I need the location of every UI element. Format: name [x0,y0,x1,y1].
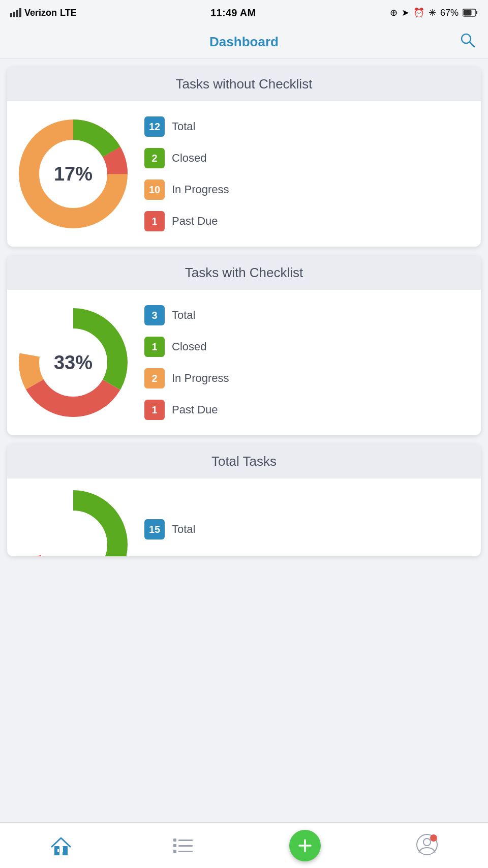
svg-rect-5 [476,11,477,14]
legend-badge-total-2: 3 [144,305,165,325]
legend-label-inprogress-1: In Progress [172,183,229,196]
svg-rect-19 [178,851,193,852]
nav-bar: Dashboard [0,25,488,59]
main-content: Tasks without Checklist [0,59,488,607]
arrow-icon: ➤ [402,7,409,18]
bluetooth-icon: ✳ [429,7,436,18]
legend-3: 15 Total [144,519,471,540]
svg-rect-16 [173,844,176,847]
card-header-3: Total Tasks [7,444,481,478]
signal-icon [10,8,21,17]
list-icon [172,836,194,855]
network-type: LTE [60,8,77,18]
notification-badge [430,834,437,842]
legend-badge-pastdue-2: 1 [144,400,165,420]
svg-rect-17 [178,845,193,847]
search-button[interactable] [460,32,476,52]
legend-item-total-3[interactable]: 15 Total [144,519,471,540]
card-header-2: Tasks with Checklist [7,256,481,290]
svg-rect-10 [63,846,68,855]
legend-badge-total-1: 12 [144,116,165,137]
status-bar: Verizon LTE 11:49 AM ⊕ ➤ ⏰ ✳ 67% [0,0,488,25]
nav-title: Dashboard [209,34,279,50]
legend-item-pastdue-1[interactable]: 1 Past Due [144,211,471,231]
legend-label-closed-2: Closed [172,340,206,353]
legend-badge-pastdue-1: 1 [144,211,165,231]
legend-label-closed-1: Closed [172,152,206,165]
legend-label-pastdue-1: Past Due [172,215,218,228]
legend-badge-inprogress-2: 2 [144,368,165,388]
search-icon [460,32,476,48]
tasks-without-checklist-card: Tasks without Checklist [7,67,481,247]
donut-svg-3 [17,489,129,556]
legend-1: 12 Total 2 Closed 10 In Progress 1 Past … [144,116,471,231]
card-body-1: 17% 12 Total 2 Closed 10 In Progress 1 [7,101,481,247]
legend-label-inprogress-2: In Progress [172,372,229,385]
legend-label-total-3: Total [172,523,195,536]
card-title-1: Tasks without Checklist [176,76,313,92]
svg-rect-11 [57,849,59,852]
card-title-3: Total Tasks [211,454,277,469]
battery-icon [463,9,478,17]
legend-badge-total-3: 15 [144,519,165,540]
legend-2: 3 Total 1 Closed 2 In Progress 1 Past Du… [144,305,471,420]
location-icon: ⊕ [390,7,398,18]
svg-rect-13 [62,847,63,852]
tab-dashboard[interactable] [0,836,122,855]
svg-point-23 [423,839,431,846]
total-tasks-card: Total Tasks 15 Total [7,444,481,556]
legend-label-total-1: Total [172,120,195,133]
battery-percent: 67% [440,8,459,18]
tab-add[interactable] [244,830,366,861]
svg-rect-1 [13,12,15,17]
carrier-name: Verizon [24,8,57,18]
card-body-3: 15 Total [7,478,481,556]
legend-item-inprogress-1[interactable]: 10 In Progress [144,179,471,200]
svg-rect-12 [59,848,61,852]
legend-badge-closed-2: 1 [144,337,165,357]
status-icons: ⊕ ➤ ⏰ ✳ 67% [390,7,478,18]
card-header-1: Tasks without Checklist [7,67,481,101]
svg-rect-6 [464,10,472,16]
legend-label-pastdue-2: Past Due [172,403,218,416]
legend-item-total-1[interactable]: 12 Total [144,116,471,137]
tasks-with-checklist-card: Tasks with Checklist [7,256,481,435]
svg-line-8 [470,42,474,47]
svg-rect-18 [173,850,176,853]
alarm-icon: ⏰ [413,7,424,18]
status-time: 11:49 AM [210,7,256,19]
legend-badge-inprogress-1: 10 [144,179,165,200]
donut-chart-2[interactable]: 33% [17,307,129,418]
avatar-container [416,833,438,858]
legend-badge-closed-1: 2 [144,148,165,168]
svg-rect-3 [19,8,21,17]
svg-rect-2 [16,10,18,17]
card-title-2: Tasks with Checklist [185,265,303,280]
svg-rect-15 [178,840,193,841]
card-body-2: 33% 3 Total 1 Closed 2 In Progress 1 [7,290,481,435]
donut-chart-1[interactable]: 17% [17,118,129,230]
legend-item-inprogress-2[interactable]: 2 In Progress [144,368,471,388]
svg-rect-0 [10,13,12,17]
legend-item-closed-2[interactable]: 1 Closed [144,337,471,357]
home-icon [50,836,72,855]
tab-bar [0,822,488,868]
legend-item-pastdue-2[interactable]: 1 Past Due [144,400,471,420]
legend-label-total-2: Total [172,309,195,322]
donut-percent-2: 33% [54,352,93,374]
status-carrier: Verizon LTE [10,8,77,18]
tab-profile[interactable] [366,833,488,858]
donut-chart-3[interactable] [17,489,129,556]
tab-list[interactable] [122,836,244,855]
legend-item-total-2[interactable]: 3 Total [144,305,471,325]
add-button[interactable] [289,830,321,861]
legend-item-closed-1[interactable]: 2 Closed [144,148,471,168]
svg-rect-14 [173,839,176,842]
plus-icon [297,838,313,853]
donut-percent-1: 17% [54,163,93,185]
